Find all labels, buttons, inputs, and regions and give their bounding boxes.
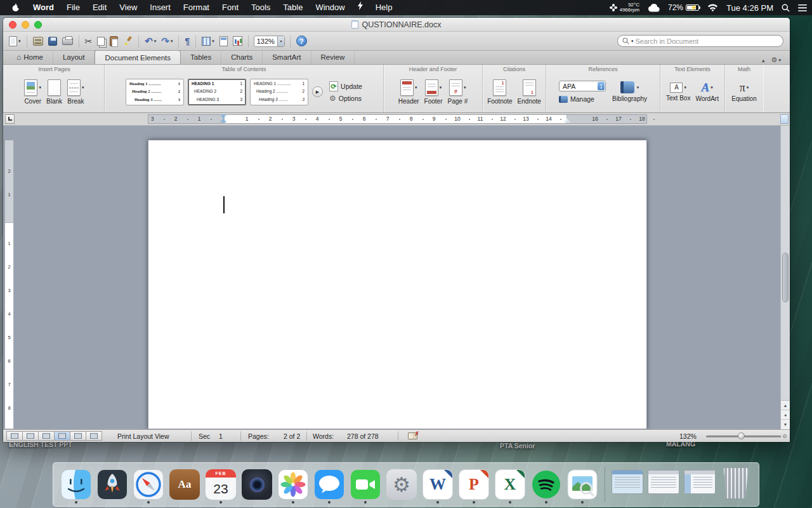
search-input[interactable] <box>636 37 778 45</box>
print-layout-view-button[interactable] <box>54 431 70 441</box>
words-label[interactable]: Words: <box>313 432 334 440</box>
left-indent-marker[interactable] <box>220 118 226 123</box>
section-label[interactable]: Sec <box>199 432 210 440</box>
manage-citations-button[interactable]: Manage <box>559 95 606 103</box>
dock-calendar[interactable]: FEB 23 <box>204 465 237 504</box>
menu-file[interactable]: File <box>60 0 86 15</box>
show-header-button[interactable] <box>219 34 228 49</box>
publishing-layout-view-button[interactable] <box>38 431 55 441</box>
cut-button[interactable]: ✂ <box>84 34 93 49</box>
dock-minimized-window-2[interactable] <box>647 465 680 504</box>
endnote-button[interactable]: 1 Endnote <box>518 79 541 105</box>
zoom-slider-thumb[interactable] <box>738 432 745 439</box>
scrollbar-thumb[interactable] <box>782 253 789 302</box>
document-page[interactable] <box>148 140 647 429</box>
menu-bar-clock[interactable]: Tue 4:26 PM <box>726 3 773 13</box>
document-area[interactable]: 21123456789 ▲ ● ▼ <box>3 126 790 429</box>
show-formatting-button[interactable]: ¶ <box>184 34 190 49</box>
vertical-scrollbar[interactable]: ▲ ● ▼ <box>780 126 790 429</box>
footnote-button[interactable]: 1 Footnote <box>487 79 512 105</box>
tab-charts[interactable]: Charts <box>221 50 263 64</box>
battery-status[interactable]: 72%⚡ <box>668 3 699 12</box>
menu-font[interactable]: Font <box>216 0 245 15</box>
spotlight-icon[interactable] <box>782 4 790 12</box>
wordart-button[interactable]: A▾ WordArt <box>695 81 719 102</box>
ribbon-settings-button[interactable]: ⚙▾ <box>771 56 781 64</box>
header-button[interactable]: ▾ Header <box>398 79 419 105</box>
apple-menu[interactable] <box>5 3 27 12</box>
words-value[interactable]: 278 of 278 <box>347 432 379 440</box>
paste-button[interactable] <box>109 34 119 49</box>
dock-facetime[interactable] <box>349 465 382 504</box>
blank-page-button[interactable]: Blank <box>46 79 62 105</box>
tab-document-elements[interactable]: Document Elements <box>95 50 181 64</box>
outline-view-button[interactable] <box>22 431 39 441</box>
minimize-button[interactable] <box>22 21 29 29</box>
scroll-up-button[interactable]: ▲ <box>781 401 790 410</box>
toc-update-button[interactable]: ⟳Update <box>329 81 362 91</box>
dock-photo-booth[interactable] <box>240 465 273 504</box>
desktop-file-label[interactable]: PTA Senior <box>500 442 535 450</box>
title-bar[interactable]: QUSTIONNAIRE.docx <box>3 18 790 32</box>
pages-label[interactable]: Pages: <box>248 432 269 440</box>
browse-object-button[interactable]: ● <box>781 410 790 420</box>
dock-spotify[interactable] <box>530 465 563 504</box>
toc-more-styles-button[interactable]: ▶ <box>312 86 323 97</box>
search-field[interactable]: ▾ <box>617 35 783 47</box>
tab-smartart[interactable]: SmartArt <box>263 50 311 64</box>
menu-app[interactable]: Word <box>27 0 60 15</box>
dock-system-preferences[interactable]: ⚙ <box>385 465 418 504</box>
menu-window[interactable]: Window <box>309 0 351 15</box>
vertical-ruler[interactable]: 21123456789 <box>4 140 14 429</box>
scroll-down-button[interactable]: ▼ <box>781 420 790 429</box>
right-indent-marker[interactable] <box>564 118 570 123</box>
page-number-button[interactable]: #▾ Page # <box>448 79 468 105</box>
menu-help[interactable]: Help <box>369 0 399 15</box>
print-button[interactable] <box>62 34 74 49</box>
search-scope-dropdown-icon[interactable]: ▾ <box>631 39 634 43</box>
toc-options-button[interactable]: ⚙Options <box>329 95 362 102</box>
new-document-button[interactable]: ▾ <box>8 34 22 49</box>
dock-word[interactable]: W <box>421 465 454 504</box>
undo-button[interactable]: ↶▾ <box>144 34 157 49</box>
tab-tables[interactable]: Tables <box>181 50 221 64</box>
full-screen-view-button[interactable] <box>86 431 102 441</box>
dock-excel[interactable]: X <box>494 465 527 504</box>
dock-powerpoint[interactable]: P <box>457 465 490 504</box>
text-box-button[interactable]: A▾ Text Box <box>666 83 690 102</box>
footer-button[interactable]: ▾ Footer <box>424 79 443 105</box>
dock-safari[interactable] <box>132 465 165 504</box>
columns-button[interactable]: ▾ <box>201 34 215 49</box>
redo-button[interactable]: ↷▾ <box>160 34 173 49</box>
dock-trash[interactable] <box>719 465 752 504</box>
zoom-button[interactable] <box>34 21 42 29</box>
dock-preview[interactable] <box>566 465 599 504</box>
notification-center-icon[interactable] <box>798 4 807 11</box>
dock-photos[interactable] <box>277 465 310 504</box>
menu-tools[interactable]: Tools <box>245 0 277 15</box>
toc-style-3[interactable]: HEADING 1 ............1 Heading 2 ......… <box>250 79 308 105</box>
split-handle[interactable] <box>780 114 789 124</box>
page-break-button[interactable]: ▾ Break <box>67 79 84 105</box>
draft-view-button[interactable] <box>6 431 23 441</box>
document-proxy-icon[interactable] <box>351 20 358 29</box>
pages-value[interactable]: 2 of 2 <box>284 432 300 440</box>
scripts-menu-icon[interactable] <box>351 0 369 15</box>
dock-finder[interactable] <box>60 465 93 504</box>
fan-status[interactable]: 52°C4966rpm <box>610 3 639 13</box>
menu-table[interactable]: Table <box>277 0 309 15</box>
horizontal-ruler[interactable]: 3211234567891011121314161718 <box>3 113 790 126</box>
zoom-select[interactable]: 132%▾ <box>254 36 285 47</box>
help-button[interactable]: ? <box>296 34 308 49</box>
wifi-icon[interactable] <box>707 4 718 12</box>
bibliography-button[interactable]: ▾ Bibliography <box>612 81 647 102</box>
section-value[interactable]: 1 <box>219 432 223 440</box>
menu-format[interactable]: Format <box>177 0 216 15</box>
dock-launchpad[interactable] <box>96 465 129 504</box>
citation-style-select[interactable]: APA▴▾ <box>559 81 606 91</box>
equation-button[interactable]: π▾ Equation <box>731 82 756 102</box>
tab-layout[interactable]: Layout <box>53 50 95 64</box>
cover-button[interactable]: ▾ Cover <box>24 79 41 105</box>
menu-view[interactable]: View <box>113 0 143 15</box>
cloud-status-icon[interactable] <box>648 4 660 12</box>
